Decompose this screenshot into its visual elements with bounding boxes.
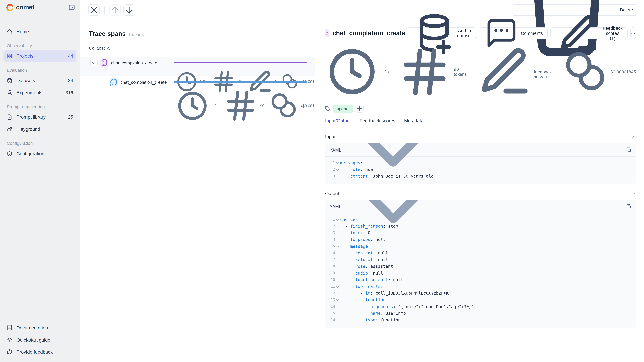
ellipsis-icon bbox=[630, 31, 636, 36]
code-line: 2 - role: user bbox=[328, 166, 631, 173]
previous-span-button[interactable] bbox=[109, 4, 121, 15]
fold-chevron-icon[interactable] bbox=[335, 217, 340, 222]
trace-spans-count: 1 spans bbox=[128, 32, 144, 37]
line-number: 12 bbox=[328, 290, 335, 297]
tab-feedback-scores[interactable]: Feedback scores bbox=[360, 118, 395, 127]
stat-pen: 1 feedback scores bbox=[475, 43, 554, 101]
fold-chevron-icon[interactable] bbox=[335, 291, 340, 296]
coins-icon bbox=[562, 48, 609, 95]
fold-chevron-icon[interactable] bbox=[335, 167, 340, 172]
sidebar-section-label: Observability bbox=[7, 43, 76, 48]
line-number: 7 bbox=[328, 257, 335, 263]
details-actions: Add to dataset Comments Feedback scores … bbox=[406, 27, 636, 39]
app: comet HomeObservabilityProjects44Evaluat… bbox=[0, 0, 644, 362]
code-line: 12 - id: call_iBBJJlAUoHNjlLcUXYzbZPXK bbox=[328, 290, 631, 297]
tab-metadata[interactable]: Metadata bbox=[404, 118, 424, 127]
stat-coins: $0.00001845 bbox=[562, 48, 636, 95]
grid-icon bbox=[7, 53, 12, 59]
help-chat-icon bbox=[7, 349, 12, 355]
tags-row: openai bbox=[325, 105, 636, 113]
code-text: logprobs: null bbox=[340, 237, 386, 243]
clock-icon bbox=[176, 89, 210, 123]
span-name: chat_completion_create bbox=[111, 60, 157, 65]
code-text: content: null bbox=[340, 250, 388, 257]
fold-chevron-icon[interactable] bbox=[335, 224, 340, 229]
duration-bar bbox=[174, 62, 307, 63]
line-number: 14 bbox=[328, 304, 335, 310]
code-text: - role: user bbox=[340, 166, 376, 173]
sidebar-item-provide-feedback[interactable]: Provide feedback bbox=[3, 346, 76, 358]
fold-chevron-icon[interactable] bbox=[335, 244, 340, 249]
stat-clock: 1.2s bbox=[176, 89, 218, 123]
hexagon-icon bbox=[7, 151, 12, 156]
sidebar-item-documentation[interactable]: Documentation bbox=[3, 322, 76, 334]
span-title: chat_completion_create bbox=[332, 29, 405, 37]
feedback-scores-button[interactable]: Feedback scores (1) bbox=[550, 27, 628, 39]
comet-logo-icon bbox=[5, 3, 14, 11]
sidebar-item-datasets[interactable]: Datasets34 bbox=[3, 75, 76, 86]
tag-openai[interactable]: openai bbox=[333, 105, 353, 113]
database-icon bbox=[7, 78, 12, 83]
tab-input-output[interactable]: Input/Output bbox=[325, 118, 351, 128]
code-line: 16 type: function bbox=[328, 317, 631, 324]
add-tag-button[interactable] bbox=[356, 105, 364, 113]
collapse-input-icon[interactable] bbox=[631, 135, 636, 139]
sidebar-item-quickstart-guide[interactable]: Quickstart guide bbox=[3, 334, 76, 346]
pen-icon bbox=[475, 43, 533, 101]
code-text: name: UserInfo bbox=[340, 310, 406, 317]
collapse-output-icon[interactable] bbox=[631, 191, 636, 196]
duration-bar bbox=[174, 81, 307, 83]
sidebar-item-projects[interactable]: Projects44 bbox=[3, 50, 76, 62]
span-stats-row: 1.2s90<$0.001 bbox=[176, 88, 314, 124]
feedback-scores-label: Feedback scores (1) bbox=[603, 26, 623, 41]
trace-row[interactable]: chat_completion_create1.2s901<$0.001 bbox=[80, 57, 314, 76]
line-number: 13 bbox=[328, 297, 335, 304]
line-number: 6 bbox=[328, 250, 335, 257]
stat-clock: 1.2s bbox=[325, 45, 389, 99]
comments-button[interactable]: Comments bbox=[480, 27, 548, 39]
sidebar-item-experiments[interactable]: Experiments316 bbox=[3, 87, 76, 98]
playground-icon bbox=[7, 126, 12, 132]
sidebar-header: comet bbox=[0, 0, 80, 15]
copy-input-button[interactable] bbox=[626, 147, 631, 153]
sidebar-item-configuration[interactable]: Configuration bbox=[3, 148, 76, 159]
more-actions-button[interactable] bbox=[630, 27, 636, 39]
item-count-badge: 34 bbox=[68, 78, 73, 83]
fold-chevron-icon[interactable] bbox=[335, 298, 340, 303]
comments-label: Comments bbox=[521, 31, 543, 36]
copy-output-button[interactable] bbox=[626, 204, 631, 209]
next-span-button[interactable] bbox=[124, 4, 135, 15]
sidebar-item-label: Home bbox=[16, 29, 29, 34]
delete-button-label: Delete bbox=[620, 7, 633, 12]
expand-chevron-button[interactable] bbox=[90, 59, 98, 66]
graduation-cap-icon bbox=[7, 337, 12, 343]
trace-spans-title: Trace spans bbox=[89, 30, 126, 37]
prompt-file-icon bbox=[7, 114, 12, 120]
collapse-all-button[interactable]: Collapse all bbox=[89, 45, 111, 51]
close-trace-button[interactable] bbox=[88, 4, 100, 15]
code-line: 10 function_call: null bbox=[328, 277, 631, 283]
details-header: chat_completion_create Add to dataset Co… bbox=[325, 27, 636, 39]
code-line: 9 audio: null bbox=[328, 270, 631, 277]
fold-chevron-icon[interactable] bbox=[335, 284, 340, 289]
line-number: 5 bbox=[328, 243, 335, 250]
stat-value: 1.2s bbox=[380, 69, 389, 74]
sidebar-item-home[interactable]: Home bbox=[3, 26, 76, 37]
tree-connector bbox=[94, 71, 107, 82]
sidebar-item-label: Documentation bbox=[16, 325, 48, 330]
code-line: 2 - finish_reason: stop bbox=[328, 223, 631, 230]
line-number: 3 bbox=[328, 230, 335, 237]
add-to-dataset-button[interactable]: Add to dataset bbox=[406, 27, 477, 39]
input-code-block: YAML 1messages:2 - role: user3 content: … bbox=[325, 144, 636, 184]
line-number: 3 bbox=[328, 173, 335, 180]
code-line: 15 name: UserInfo bbox=[328, 310, 631, 317]
sidebar-item-playground[interactable]: Playground bbox=[3, 123, 76, 135]
home-icon bbox=[7, 29, 12, 34]
sidebar-item-label: Quickstart guide bbox=[16, 337, 50, 343]
sidebar-item-prompt-library[interactable]: Prompt library25 bbox=[3, 111, 76, 123]
span-row[interactable]: chat_completion_create1.2s90<$0.001 bbox=[80, 76, 314, 95]
fold-chevron-icon[interactable] bbox=[335, 161, 340, 166]
sidebar-collapse-icon[interactable] bbox=[68, 4, 75, 11]
stat-value: 1 feedback scores bbox=[534, 64, 554, 79]
code-text: - id: call_iBBJJlAUoHNjlLcUXYzbZPXK bbox=[340, 290, 448, 297]
